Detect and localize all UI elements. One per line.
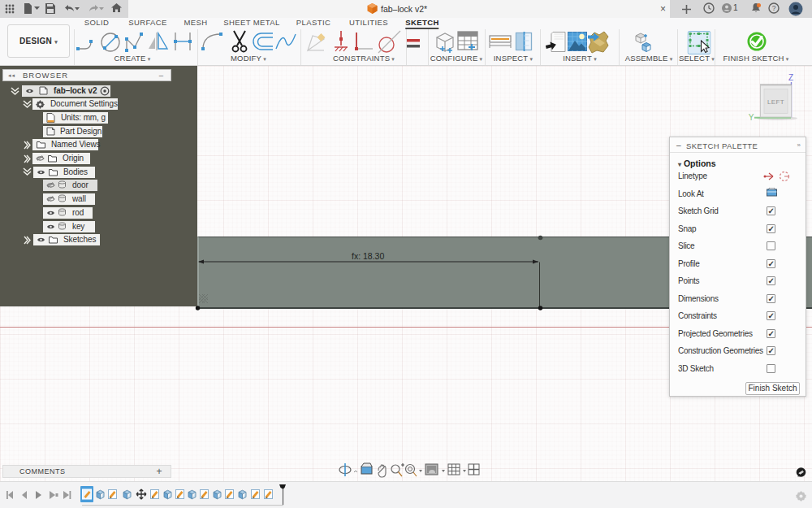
svg-text:Z: Z xyxy=(788,73,793,82)
svg-text:LEFT: LEFT xyxy=(767,98,784,106)
svg-text:Y: Y xyxy=(749,113,754,122)
svg-text:?: ? xyxy=(772,4,776,12)
